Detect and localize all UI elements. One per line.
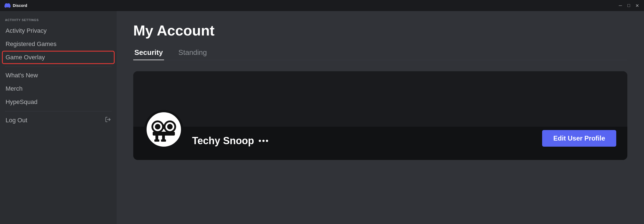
svg-rect-13 bbox=[161, 139, 166, 142]
sidebar-item-label: Registered Games bbox=[6, 40, 56, 48]
svg-rect-14 bbox=[153, 132, 175, 136]
sidebar-item-merch[interactable]: Merch bbox=[2, 82, 114, 95]
sidebar-item-hypesquad[interactable]: HypeSquad bbox=[2, 96, 114, 108]
app-body: ACTIVITY SETTINGS Activity Privacy Regis… bbox=[0, 11, 644, 224]
avatar-image bbox=[147, 113, 180, 146]
username: Techy Snoop ••• bbox=[192, 135, 269, 147]
titlebar-logo: Discord bbox=[4, 2, 27, 9]
sidebar-divider-2 bbox=[5, 111, 112, 111]
sidebar-item-activity-privacy[interactable]: Activity Privacy bbox=[2, 24, 114, 37]
sidebar-item-label: HypeSquad bbox=[6, 98, 37, 106]
discord-logo-icon bbox=[4, 2, 11, 9]
profile-left: Techy Snoop ••• bbox=[144, 127, 269, 149]
titlebar: Discord ─ □ ✕ bbox=[0, 0, 644, 11]
sidebar-item-registered-games[interactable]: Registered Games bbox=[2, 38, 114, 50]
edit-profile-button[interactable]: Edit User Profile bbox=[542, 130, 616, 147]
profile-card: Techy Snoop ••• Edit User Profile bbox=[133, 71, 627, 160]
tab-security[interactable]: Security bbox=[133, 45, 164, 60]
minimize-button[interactable]: ─ bbox=[618, 3, 623, 8]
sidebar-item-game-overlay[interactable]: Game Overlay bbox=[2, 51, 114, 64]
titlebar-controls: ─ □ ✕ bbox=[618, 3, 640, 8]
logout-icon bbox=[105, 116, 111, 124]
svg-rect-12 bbox=[154, 139, 159, 142]
profile-body: Techy Snoop ••• Edit User Profile bbox=[133, 127, 627, 160]
logout-label: Log Out bbox=[6, 117, 27, 124]
username-options-dots[interactable]: ••• bbox=[258, 136, 269, 145]
tabs: Security Standing bbox=[133, 45, 627, 60]
page-title: My Account bbox=[133, 22, 627, 39]
avatar bbox=[144, 110, 183, 149]
svg-point-5 bbox=[155, 124, 160, 129]
svg-rect-9 bbox=[163, 124, 165, 129]
sidebar-divider-1 bbox=[5, 67, 112, 67]
sidebar-item-label: Game Overlay bbox=[6, 54, 45, 61]
sidebar-item-label: What's New bbox=[6, 72, 38, 79]
sidebar-section-label: ACTIVITY SETTINGS bbox=[2, 17, 114, 23]
svg-point-8 bbox=[167, 124, 173, 129]
sidebar-item-whats-new[interactable]: What's New bbox=[2, 69, 114, 82]
sidebar-item-logout[interactable]: Log Out bbox=[2, 114, 114, 127]
sidebar-item-label: Merch bbox=[6, 85, 22, 92]
sidebar: ACTIVITY SETTINGS Activity Privacy Regis… bbox=[0, 11, 117, 224]
profile-banner bbox=[133, 71, 627, 127]
username-area: Techy Snoop ••• bbox=[192, 135, 269, 149]
maximize-button[interactable]: □ bbox=[626, 3, 631, 8]
close-button[interactable]: ✕ bbox=[635, 3, 640, 8]
tab-standing[interactable]: Standing bbox=[177, 45, 208, 60]
sidebar-item-label: Activity Privacy bbox=[6, 27, 47, 34]
app-title: Discord bbox=[13, 3, 27, 8]
content-area: My Account Security Standing bbox=[117, 11, 644, 224]
